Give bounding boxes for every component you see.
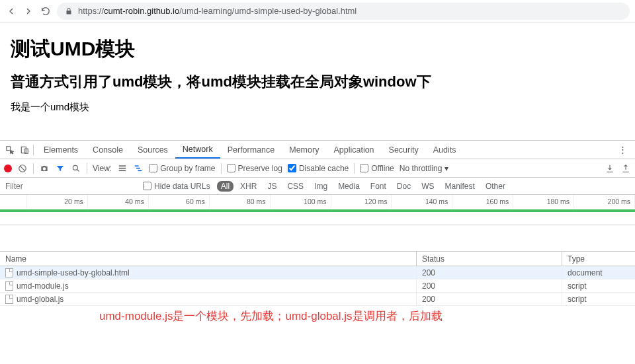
network-table: Name Status Type umd-simple-used-by-glob… (0, 252, 635, 306)
status-cell: 200 (417, 293, 562, 305)
import-har-icon[interactable] (605, 163, 615, 174)
type-filter-font[interactable]: Font (366, 181, 390, 192)
reload-button[interactable] (40, 5, 52, 17)
svg-rect-8 (135, 165, 139, 166)
type-filter-manifest[interactable]: Manifest (441, 181, 479, 192)
devtools-tab-audits[interactable]: Audits (426, 141, 464, 159)
separator (87, 163, 87, 174)
waterfall-icon[interactable] (133, 163, 144, 174)
device-toggle-icon[interactable] (19, 144, 30, 156)
type-filter-doc[interactable]: Doc (393, 181, 415, 192)
type-filter-js[interactable]: JS (263, 181, 280, 192)
timeline-tick: 180 ms (513, 195, 574, 208)
export-har-icon[interactable] (620, 163, 631, 174)
svg-rect-1 (21, 147, 26, 153)
network-row[interactable]: umd-module.js200script (0, 279, 635, 293)
hide-data-urls-checkbox[interactable]: Hide data URLs (143, 182, 210, 191)
url-bar[interactable]: https://cumt-robin.github.io/umd-learnin… (57, 3, 630, 20)
file-name: umd-global.js (17, 295, 64, 304)
separator (33, 163, 34, 174)
timeline-tick: 160 ms (452, 195, 513, 208)
timeline-tick: 20 ms (27, 195, 88, 208)
preserve-log-checkbox[interactable]: Preserve log (227, 164, 282, 173)
browser-address-bar: https://cumt-robin.github.io/umd-learnin… (0, 0, 635, 22)
network-row[interactable]: umd-simple-used-by-global.html200documen… (0, 266, 635, 279)
devtools-tab-application[interactable]: Application (326, 141, 381, 159)
filter-icon[interactable] (55, 163, 65, 174)
status-cell: 200 (417, 266, 562, 279)
timeline-tick: 100 ms (271, 195, 331, 208)
page-heading-2: 普通方式引用了umd模块，将umd模块挂载在全局对象window下 (11, 72, 624, 92)
devtools-tab-memory[interactable]: Memory (282, 141, 326, 159)
file-name: umd-simple-used-by-global.html (17, 268, 130, 277)
svg-rect-10 (138, 170, 142, 171)
type-filter-css[interactable]: CSS (283, 181, 308, 192)
devtools-tabs: ElementsConsoleSourcesNetworkPerformance… (0, 141, 635, 159)
forward-button[interactable] (22, 5, 34, 17)
file-icon (5, 295, 13, 304)
separator (221, 163, 222, 174)
type-filter-media[interactable]: Media (334, 181, 364, 192)
svg-point-4 (73, 165, 77, 170)
devtools-menu-button[interactable]: ⋮ (614, 145, 631, 155)
annotation-text: umd-module.js是一个模块，先加载；umd-global.js是调用者… (0, 306, 635, 324)
overview-spacer (0, 225, 635, 252)
inspect-icon[interactable] (4, 144, 16, 156)
col-status[interactable]: Status (417, 252, 562, 266)
svg-rect-0 (7, 146, 11, 150)
devtools-tab-sources[interactable]: Sources (130, 141, 175, 159)
url-text: https://cumt-robin.github.io/umd-learnin… (78, 6, 357, 16)
page-content: 测试UMD模块 普通方式引用了umd模块，将umd模块挂载在全局对象window… (0, 22, 635, 140)
timeline-tick: 40 ms (88, 195, 149, 208)
timeline-tick: 140 ms (392, 195, 452, 208)
clear-icon[interactable] (17, 163, 28, 174)
separator (33, 145, 34, 155)
throttling-select[interactable]: No throttling ▾ (400, 164, 448, 173)
view-label: View: (93, 164, 112, 173)
type-cell: script (562, 293, 635, 305)
file-icon (5, 268, 13, 277)
timeline-tick: 200 ms (574, 195, 635, 208)
type-filter-all[interactable]: All (217, 181, 233, 192)
devtools-panel: ElementsConsoleSourcesNetworkPerformance… (0, 140, 635, 324)
type-filter-img[interactable]: Img (310, 181, 331, 192)
page-body-text: 我是一个umd模块 (11, 101, 624, 114)
separator (354, 163, 355, 174)
lock-icon (65, 7, 73, 15)
col-name[interactable]: Name (0, 252, 417, 266)
back-button[interactable] (5, 5, 17, 17)
type-filter-xhr[interactable]: XHR (236, 181, 261, 192)
network-table-header: Name Status Type (0, 252, 635, 266)
file-name: umd-module.js (17, 281, 69, 291)
file-icon (5, 281, 13, 291)
devtools-tab-elements[interactable]: Elements (36, 141, 85, 159)
group-by-frame-checkbox[interactable]: Group by frame (149, 164, 215, 173)
filter-input[interactable] (4, 180, 136, 192)
svg-rect-5 (119, 165, 126, 166)
timeline-tick: 120 ms (331, 195, 392, 208)
devtools-type-filters: Hide data URLs AllXHRJSCSSImgMediaFontDo… (0, 178, 635, 195)
devtools-tab-performance[interactable]: Performance (220, 141, 282, 159)
svg-rect-6 (119, 167, 126, 168)
devtools-toolbar: View: Group by frame Preserve log Disabl… (0, 159, 635, 178)
status-cell: 200 (417, 279, 562, 292)
svg-rect-9 (136, 167, 140, 168)
timeline[interactable]: 20 ms40 ms60 ms80 ms100 ms120 ms140 ms16… (0, 195, 635, 225)
timeline-tick: 80 ms (210, 195, 271, 208)
network-row[interactable]: umd-global.js200script (0, 293, 635, 306)
camera-icon[interactable] (39, 163, 50, 174)
devtools-tab-console[interactable]: Console (85, 141, 130, 159)
type-filter-ws[interactable]: WS (417, 181, 438, 192)
devtools-tab-network[interactable]: Network (175, 141, 220, 159)
col-type[interactable]: Type (562, 252, 635, 266)
offline-checkbox[interactable]: Offline (360, 164, 394, 173)
search-icon[interactable] (71, 163, 81, 174)
disable-cache-checkbox[interactable]: Disable cache (288, 164, 349, 173)
record-button[interactable] (4, 164, 12, 172)
timeline-tick: 60 ms (149, 195, 210, 208)
large-rows-icon[interactable] (117, 163, 128, 174)
svg-rect-7 (119, 170, 126, 171)
devtools-tab-security[interactable]: Security (382, 141, 426, 159)
type-cell: document (562, 266, 635, 279)
type-filter-other[interactable]: Other (482, 181, 509, 192)
